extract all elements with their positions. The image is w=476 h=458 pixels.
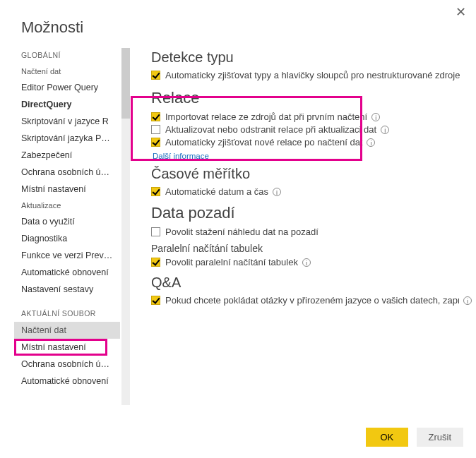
options-dialog: ✕ Možnosti GLOBÁLNÍ Načtení dat Editor P…: [0, 0, 476, 458]
cancel-button[interactable]: Zrušit: [417, 428, 464, 447]
heading-relations: Relace: [151, 89, 472, 107]
checkbox-import-relations[interactable]: [151, 112, 160, 121]
checkbox-type-detect[interactable]: [151, 71, 160, 80]
info-icon[interactable]: i: [367, 138, 375, 147]
link-more-info[interactable]: Další informace: [153, 152, 472, 160]
sidebar-item-privacy[interactable]: Ochrana osobních údajů: [14, 164, 120, 181]
label-type-detect: Automaticky zjišťovat typy a hlavičky sl…: [165, 70, 460, 80]
sidebar-item-load-data-global[interactable]: Načtení dat: [14, 64, 120, 79]
close-icon[interactable]: ✕: [456, 6, 466, 18]
sidebar-item-auto-reload-current[interactable]: Automatické obnovení: [14, 373, 120, 390]
sidebar-item-diagnostics[interactable]: Diagnostika: [14, 230, 120, 247]
info-icon[interactable]: i: [463, 296, 472, 305]
sidebar-item-security[interactable]: Zabezpečení: [14, 147, 120, 164]
sidebar-item-directquery[interactable]: DirectQuery: [14, 96, 120, 113]
label-auto-datetime: Automatické datum a čas: [165, 186, 268, 197]
sidebar-item-r-script[interactable]: Skriptování v jazyce R: [14, 113, 120, 130]
label-background-preview: Povolit stažení náhledu dat na pozadí: [165, 227, 319, 237]
sidebar-item-updates[interactable]: Aktualizace: [14, 198, 120, 213]
info-icon[interactable]: i: [371, 113, 380, 121]
sidebar-item-preview[interactable]: Funkce ve verzi Preview: [14, 247, 120, 264]
ok-button[interactable]: OK: [366, 428, 408, 447]
checkbox-parallel-load[interactable]: [151, 258, 160, 267]
sidebar-item-pq-editor[interactable]: Editor Power Query: [14, 79, 120, 96]
heading-background: Data pozadí: [151, 204, 472, 222]
sidebar-item-auto-reload[interactable]: Automatické obnovení: [14, 264, 120, 281]
info-icon[interactable]: i: [273, 188, 281, 196]
info-icon[interactable]: i: [381, 126, 389, 134]
sidebar-group-global: GLOBÁLNÍ: [14, 47, 120, 64]
sidebar-item-local-settings-current[interactable]: Místní nastavení: [14, 339, 120, 356]
checkbox-auto-datetime[interactable]: [151, 187, 160, 196]
heading-parallel: Paralelní načítání tabulek: [151, 243, 472, 254]
main-panel: Detekce typu Automaticky zjišťovat typy …: [126, 47, 476, 421]
sidebar-item-local-settings[interactable]: Místní nastavení: [14, 181, 120, 198]
heading-time: Časové měřítko: [151, 166, 472, 182]
sidebar-item-load-data-current[interactable]: Načtení dat: [14, 322, 120, 339]
sidebar: GLOBÁLNÍ Načtení dat Editor Power Query …: [14, 47, 126, 421]
heading-qa: Q&A: [151, 275, 472, 291]
checkbox-background-preview[interactable]: [151, 227, 160, 236]
dialog-footer: OK Zrušit: [360, 428, 463, 447]
checkbox-update-relations[interactable]: [151, 125, 160, 134]
heading-type-detection: Detekce typu: [151, 49, 472, 66]
label-qa: Pokud chcete pokládat otázky v přirozené…: [165, 295, 459, 306]
checkbox-qa[interactable]: [151, 296, 160, 305]
label-parallel-load: Povolit paralelní načítání tabulek: [165, 257, 298, 267]
label-update-relations: Aktualizovat nebo odstranit relace při a…: [165, 124, 376, 135]
checkbox-detect-relations[interactable]: [151, 138, 160, 147]
info-icon[interactable]: i: [302, 258, 311, 267]
sidebar-group-current: AKTUÁLNÍ SOUBOR: [14, 305, 120, 322]
sidebar-item-python-script[interactable]: Skriptování jazyka Python: [14, 130, 120, 147]
label-detect-relations: Automaticky zjišťovat nové relace po nač…: [165, 137, 362, 147]
sidebar-item-usage-data[interactable]: Data o využití: [14, 213, 120, 230]
sidebar-item-report-settings[interactable]: Nastavení sestavy: [14, 281, 120, 298]
sidebar-item-privacy-current[interactable]: Ochrana osobních údajů: [14, 356, 120, 373]
label-import-relations: Importovat relace ze zdrojů dat při prvn…: [165, 112, 367, 122]
dialog-title: Možnosti: [0, 0, 476, 47]
